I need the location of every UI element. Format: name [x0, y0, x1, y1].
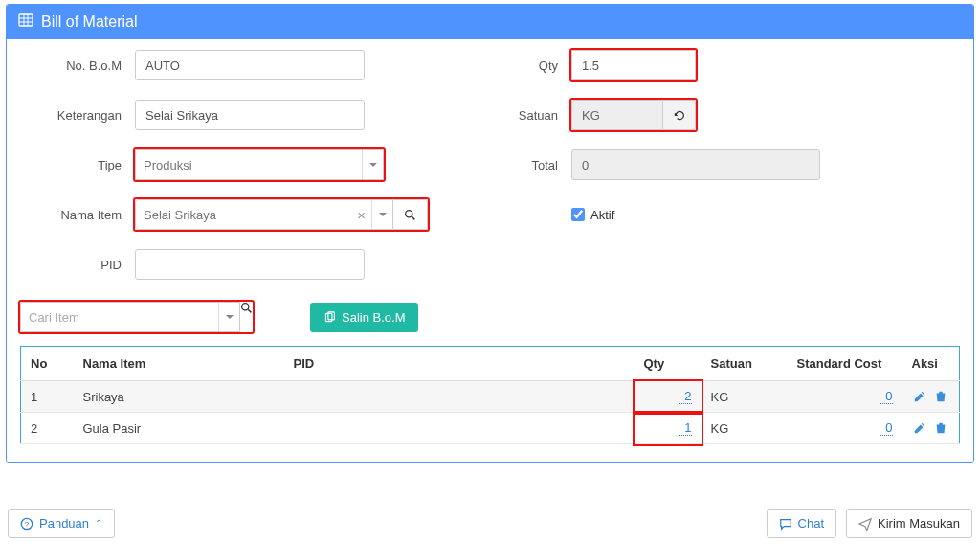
tipe-select[interactable]: Produksi — [135, 149, 384, 180]
no-bom-input[interactable] — [135, 50, 365, 80]
cell-satuan: KG — [702, 381, 788, 413]
cost-link[interactable]: 0 — [880, 420, 893, 436]
table-row: 1 Srikaya 2 KG 0 — [21, 381, 960, 413]
svg-point-7 — [242, 304, 249, 310]
form-area: No. B.o.M Keterangan Tipe Produksi Nama … — [20, 49, 960, 298]
row-nama-item: Nama Item Selai Srikaya × — [20, 198, 476, 231]
chat-label: Chat — [798, 516, 824, 531]
label-no-bom: No. B.o.M — [20, 58, 135, 73]
chevron-up-icon: ⌃ — [95, 518, 102, 529]
cell-pid — [284, 413, 635, 444]
chevron-down-icon[interactable] — [362, 150, 383, 179]
chat-button[interactable]: Chat — [767, 509, 836, 538]
chat-icon — [779, 517, 792, 531]
qty-link[interactable]: 2 — [679, 389, 692, 404]
label-keterangan: Keterangan — [20, 108, 135, 123]
svg-text:?: ? — [25, 519, 30, 528]
total-input — [571, 149, 820, 180]
th-aksi: Aksi — [902, 347, 960, 381]
th-no: No — [21, 347, 74, 381]
form-col-left: No. B.o.M Keterangan Tipe Produksi Nama … — [20, 49, 476, 298]
th-qty: Qty — [635, 347, 702, 381]
aktif-checkbox-wrap[interactable]: Aktif — [571, 208, 614, 222]
satuan-input — [571, 100, 663, 130]
row-aktif: Aktif — [504, 198, 960, 231]
kirim-masukan-button[interactable]: Kirim Masukan — [846, 509, 972, 538]
chevron-down-icon[interactable] — [218, 303, 239, 331]
panduan-button[interactable]: ? Panduan ⌃ — [8, 509, 115, 538]
help-icon: ? — [20, 517, 33, 531]
edit-icon[interactable] — [913, 421, 926, 435]
th-cost: Standard Cost — [788, 347, 902, 381]
qty-input[interactable] — [571, 50, 696, 80]
satuan-undo-button[interactable] — [663, 100, 696, 130]
label-aktif: Aktif — [590, 208, 614, 222]
clear-icon[interactable]: × — [357, 207, 366, 223]
bom-panel: Bill of Material No. B.o.M Keterangan Ti… — [6, 4, 974, 463]
trash-icon[interactable] — [934, 390, 947, 403]
row-below-form: Cari Item Salin B.o.M — [20, 302, 960, 332]
cell-no: 1 — [21, 381, 74, 413]
cari-item-combo: Cari Item — [20, 302, 253, 332]
svg-rect-0 — [19, 14, 33, 26]
cari-item-placeholder: Cari Item — [29, 310, 79, 325]
chevron-down-icon[interactable] — [371, 200, 392, 229]
row-no-bom: No. B.o.M — [20, 49, 476, 81]
nama-item-search-button[interactable] — [393, 199, 428, 230]
qty-link[interactable]: 1 — [679, 420, 692, 436]
th-nama: Nama Item — [74, 347, 284, 381]
panel-title: Bill of Material — [41, 13, 137, 31]
svg-line-6 — [412, 216, 414, 219]
row-tipe: Tipe Produksi — [20, 148, 476, 181]
cost-link[interactable]: 0 — [880, 389, 893, 404]
pid-input[interactable] — [135, 249, 365, 280]
cell-aksi — [902, 413, 960, 444]
send-icon — [858, 517, 872, 531]
nama-item-select[interactable]: Selai Srikaya × — [135, 199, 393, 230]
salin-bom-button[interactable]: Salin B.o.M — [310, 303, 418, 332]
bom-table-head: No Nama Item PID Qty Satuan Standard Cos… — [21, 347, 960, 381]
svg-point-5 — [406, 210, 412, 216]
kirim-label: Kirim Masukan — [878, 516, 960, 531]
salin-bom-label: Salin B.o.M — [342, 310, 405, 325]
trash-icon[interactable] — [934, 421, 947, 435]
cell-nama: Gula Pasir — [74, 413, 284, 444]
cell-no: 2 — [21, 413, 74, 444]
panel-heading: Bill of Material — [7, 5, 973, 39]
th-pid: PID — [284, 347, 635, 381]
cell-cost: 0 — [788, 413, 902, 444]
form-col-right: Qty Satuan Total — [504, 49, 960, 298]
label-total: Total — [504, 158, 571, 172]
label-pid: PID — [20, 258, 135, 272]
label-satuan: Satuan — [504, 108, 571, 123]
cell-aksi — [902, 381, 960, 413]
cell-pid — [284, 381, 635, 413]
cell-cost: 0 — [788, 381, 902, 413]
aktif-checkbox[interactable] — [571, 208, 585, 221]
copy-icon — [323, 311, 336, 324]
keterangan-input[interactable] — [135, 100, 365, 130]
search-icon — [240, 302, 253, 314]
table-row: 2 Gula Pasir 1 KG 0 — [21, 413, 960, 444]
edit-icon[interactable] — [913, 390, 926, 403]
label-tipe: Tipe — [20, 158, 135, 172]
cell-satuan: KG — [702, 413, 788, 444]
row-keterangan: Keterangan — [20, 99, 476, 131]
spreadsheet-icon — [18, 12, 33, 32]
panel-body: No. B.o.M Keterangan Tipe Produksi Nama … — [7, 39, 973, 462]
cari-item-search-button[interactable] — [240, 302, 253, 332]
footer-bar: ? Panduan ⌃ Chat Kirim Masukan — [0, 509, 980, 538]
search-icon — [404, 209, 416, 221]
bom-table: No Nama Item PID Qty Satuan Standard Cos… — [20, 346, 960, 444]
satuan-group — [571, 100, 696, 130]
tipe-value: Produksi — [144, 158, 192, 172]
cari-item-select[interactable]: Cari Item — [20, 302, 240, 332]
cell-qty: 2 — [635, 381, 702, 413]
nama-item-combo: Selai Srikaya × — [135, 199, 428, 230]
row-total: Total — [504, 148, 960, 181]
footer-right: Chat Kirim Masukan — [767, 509, 972, 538]
cell-qty: 1 — [635, 413, 702, 444]
svg-line-8 — [248, 309, 251, 312]
label-nama-item: Nama Item — [20, 208, 135, 222]
row-qty: Qty — [504, 49, 960, 81]
